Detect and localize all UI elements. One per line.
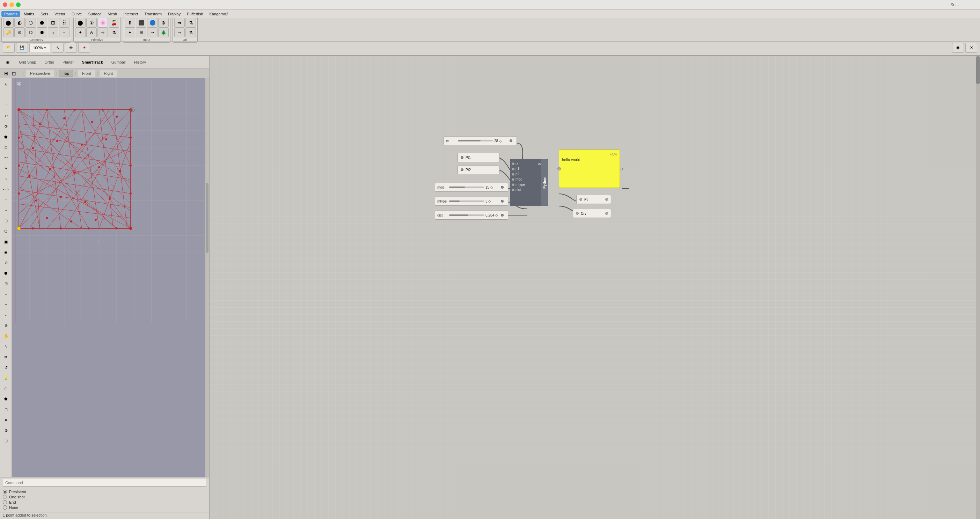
zoom-arrow[interactable]: ▼ [44, 46, 47, 49]
light-tool[interactable]: 💡 [1, 373, 11, 383]
menu-kangaroo2[interactable]: Kangaroo2 [207, 11, 231, 17]
menu-curve[interactable]: Curve [69, 11, 84, 17]
open-button[interactable]: 📂 [3, 43, 15, 53]
geo-icon-11[interactable]: ⬦ [48, 28, 58, 37]
menu-intersect[interactable]: Intersect [121, 11, 141, 17]
input-icon-3[interactable]: 🔵 [147, 18, 158, 28]
layout-icon[interactable]: ▣ [3, 57, 12, 67]
maximize-button[interactable] [16, 2, 21, 7]
python-p1-port[interactable] [512, 168, 514, 170]
prim-icon-5[interactable]: ✦ [75, 28, 86, 37]
grid-layout-icon[interactable]: ⊞ [3, 70, 10, 77]
planar[interactable]: Planar [61, 59, 75, 65]
curve-tool[interactable]: ⌒ [1, 100, 11, 110]
gh-scrollbar[interactable] [976, 56, 980, 519]
named-view[interactable]: ◻ [1, 404, 11, 414]
geo-icon-5[interactable]: ⊞ [48, 18, 58, 28]
radio-none-dot[interactable] [3, 505, 7, 509]
menu-pufferfish[interactable]: Pufferfish [184, 11, 206, 17]
prim-icon-8[interactable]: ⚗ [109, 28, 119, 37]
zoom-extent[interactable]: ⤡ [1, 342, 11, 351]
preview-button[interactable]: 👁 [65, 43, 77, 53]
tab-right[interactable]: Right [100, 70, 117, 77]
pt2-port[interactable] [461, 168, 463, 171]
ortho[interactable]: Ortho [43, 59, 56, 65]
gumball[interactable]: Gumball [110, 59, 127, 65]
rx-port[interactable] [509, 139, 512, 142]
freehand-tool[interactable]: 〜 [1, 153, 11, 163]
output-left-port[interactable] [557, 167, 561, 170]
input-icon-6[interactable]: ⊞ [136, 28, 146, 37]
input-icon-5[interactable]: ✦ [125, 28, 135, 37]
util-icon-2[interactable]: ⚗ [185, 18, 196, 28]
sphere-tool[interactable]: ◉ [1, 247, 11, 257]
control-pts[interactable]: ∷ [1, 310, 11, 320]
bool-tool[interactable]: ⊕ [1, 258, 11, 267]
display-mode[interactable]: ⬟ [1, 394, 11, 404]
geo-icon-9[interactable]: ⌬ [25, 28, 36, 37]
dist-track[interactable] [449, 215, 484, 216]
history[interactable]: History [133, 59, 147, 65]
geo-icon-10[interactable]: ⬢ [37, 28, 47, 37]
arc-tool[interactable]: ↩ [1, 111, 11, 121]
rotate-view[interactable]: ↺ [1, 363, 11, 372]
zoom-win[interactable]: ⧉ [1, 352, 11, 362]
rhino-viewport[interactable]: + X Y Top [12, 78, 205, 477]
tab-front[interactable]: Front [78, 70, 95, 77]
crv-out-left-port[interactable] [576, 212, 579, 215]
geo-icon-3[interactable]: ⬡ [25, 18, 36, 28]
gh-canvas[interactable]: rx 28 ◇ Pt1 Pt2 mod [210, 56, 980, 519]
menu-transform[interactable]: Transform [142, 11, 164, 17]
bake-button[interactable]: ✦ [78, 43, 90, 53]
mat-tool[interactable]: ◌ [1, 384, 11, 393]
mod-slider[interactable]: mod 15 ◇ [435, 183, 508, 192]
fillet-tool[interactable]: ⌔ [1, 195, 11, 205]
snap-btn[interactable]: ⊛ [1, 425, 11, 435]
pan-tool[interactable]: ✋ [1, 331, 11, 341]
close-button[interactable] [3, 2, 7, 7]
box-tool[interactable]: ▣ [1, 237, 11, 247]
python-mtype-port[interactable] [512, 183, 514, 186]
tab-perspective[interactable]: Perspective [26, 70, 54, 77]
zoom-tool[interactable]: ⊕ [1, 321, 11, 330]
prim-icon-7[interactable]: ⇒ [97, 28, 108, 37]
crv-out-right-port[interactable] [605, 212, 608, 215]
trim-tool[interactable]: ✂ [1, 164, 11, 173]
python-rx-port[interactable] [512, 162, 514, 165]
flow-tool[interactable]: ~ [1, 300, 11, 309]
menu-params[interactable]: Params [2, 11, 20, 17]
geo-icon-7[interactable]: 🔑 [3, 28, 14, 37]
extrude-tool[interactable]: ⊡ [1, 216, 11, 226]
menu-sets[interactable]: Sets [38, 11, 51, 17]
viewport-scrollbar[interactable] [205, 78, 209, 477]
layout-btn[interactable]: ⊡ [1, 436, 11, 446]
input-icon-8[interactable]: 🌲 [158, 28, 169, 37]
command-input[interactable] [3, 479, 206, 487]
util-icon-4[interactable]: ⚗ [185, 28, 196, 37]
scrollbar-thumb[interactable] [206, 183, 208, 253]
python-p2-port[interactable] [512, 173, 514, 176]
mtype-track[interactable] [449, 201, 484, 202]
rect-tool[interactable]: □ [1, 143, 11, 152]
geo-icon-1[interactable]: ⬤ [3, 18, 14, 28]
grid-snap[interactable]: Grid Snap [18, 59, 38, 65]
prim-icon-2[interactable]: ① [86, 18, 97, 28]
point-tool[interactable]: · [1, 90, 11, 100]
poly-tool[interactable]: ⬟ [1, 132, 11, 142]
radio-persistent-dot[interactable] [3, 490, 7, 494]
minimize-button[interactable] [10, 2, 14, 7]
single-view-icon[interactable]: ◻ [11, 70, 18, 77]
array-tool[interactable]: ⊞ [1, 279, 11, 288]
util-icon-3[interactable]: ⇒ [174, 28, 185, 37]
menu-surface[interactable]: Surface [85, 11, 104, 17]
menu-mesh[interactable]: Mesh [105, 11, 120, 17]
radio-oneshot-dot[interactable] [3, 495, 7, 499]
tab-top[interactable]: Top [59, 70, 73, 77]
input-icon-2[interactable]: ⬛ [136, 18, 146, 28]
prim-icon-6[interactable]: A [86, 28, 97, 37]
prim-icon-1[interactable]: ⬤ [75, 18, 86, 28]
util-icon-1[interactable]: ⇒ [174, 18, 185, 28]
dist-slider[interactable]: dist 6.284 ◇ [435, 210, 508, 220]
geo-icon-2[interactable]: ◐ [14, 18, 25, 28]
save-button[interactable]: 💾 [16, 43, 28, 53]
